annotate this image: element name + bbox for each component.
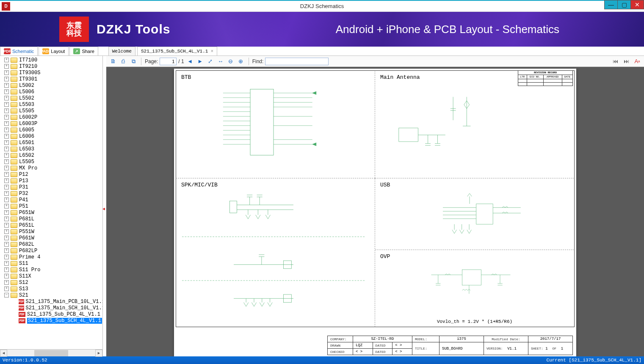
copy-icon[interactable]: ⧉ — [129, 57, 138, 66]
expand-icon[interactable]: + — [4, 210, 9, 215]
tree-folder[interactable]: +S12 — [0, 279, 102, 286]
scroll-thumb[interactable] — [34, 350, 68, 356]
expand-icon[interactable]: + — [4, 185, 9, 189]
minimize-button[interactable]: — — [604, 0, 618, 9]
expand-icon[interactable]: + — [4, 204, 9, 208]
tree-folder[interactable]: +L6502 — [0, 152, 102, 158]
tree-folder[interactable]: +L5503 — [0, 101, 102, 108]
expand-icon[interactable]: + — [4, 178, 9, 183]
expand-icon[interactable]: + — [4, 286, 9, 291]
close-button[interactable]: ✕ — [630, 0, 644, 9]
tree-folder[interactable]: +L6501 — [0, 139, 102, 146]
fit-page-icon[interactable]: ⤢ — [206, 57, 215, 66]
tree-folder[interactable]: +L5502 — [0, 95, 102, 101]
tree-folder[interactable]: +P551W — [0, 228, 102, 235]
expand-icon[interactable]: + — [4, 280, 9, 285]
tab-schematic[interactable]: PDF Schematic — [0, 47, 38, 56]
tree-folder[interactable]: +IT9301 — [0, 76, 102, 82]
tree-file[interactable]: PDFS21_i375_Main_SCH_10L_V1.1 — [0, 305, 102, 311]
expand-icon[interactable]: + — [4, 248, 9, 253]
tree-file[interactable]: PDFS21_i375_Sub_PCB_4L_V1.1 — [0, 311, 102, 317]
expand-icon[interactable]: + — [4, 89, 9, 94]
tree-folder[interactable]: +P41 — [0, 197, 102, 203]
expand-icon[interactable]: + — [4, 70, 9, 75]
expand-icon[interactable]: + — [4, 191, 9, 196]
expand-icon[interactable]: + — [4, 140, 9, 145]
zoom-in-icon[interactable]: ⊕ — [237, 57, 245, 66]
tree-folder[interactable]: +L5002 — [0, 82, 102, 89]
tree-folder[interactable]: +L6503 — [0, 146, 102, 152]
expand-icon[interactable]: + — [4, 229, 9, 234]
tab-close-icon[interactable]: × — [210, 49, 213, 54]
doc-tab-active[interactable]: S21_i375_Sub_SCH_4L_V1.1 × — [137, 47, 217, 56]
tree-folder[interactable]: +S11 Pro — [0, 267, 102, 273]
save-icon[interactable]: 🗎 — [109, 57, 117, 66]
expand-icon[interactable]: + — [4, 255, 9, 259]
tree-folder[interactable]: +IT9210 — [0, 63, 102, 69]
expand-icon[interactable]: + — [4, 267, 9, 272]
expand-icon[interactable]: + — [4, 274, 9, 278]
print-icon[interactable]: ⎙ — [119, 57, 127, 66]
tree-folder[interactable]: +P32 — [0, 190, 102, 197]
expand-icon[interactable]: + — [4, 153, 9, 158]
expand-icon[interactable]: + — [4, 96, 9, 100]
fit-width-icon[interactable]: ↔ — [216, 57, 225, 66]
tree-folder[interactable]: +IT7100 — [0, 57, 102, 63]
tree-folder[interactable]: +L5505 — [0, 158, 102, 165]
tree-folder[interactable]: +P681L — [0, 216, 102, 222]
expand-icon[interactable]: + — [4, 223, 9, 228]
tree-file[interactable]: PDFS21_i375_Sub_SCH_4L_V1.1 — [0, 317, 102, 324]
collapse-icon[interactable]: − — [4, 293, 9, 297]
expand-icon[interactable]: + — [4, 236, 9, 240]
tree-folder[interactable]: +P651L — [0, 222, 102, 228]
tree-folder[interactable]: +S13 — [0, 286, 102, 292]
tree-folder[interactable]: +P51 — [0, 203, 102, 209]
zoom-out-icon[interactable]: ⊖ — [227, 57, 235, 66]
tab-share[interactable]: ↗ Share — [69, 47, 98, 56]
pdf-viewer[interactable]: BTB — [106, 67, 644, 356]
expand-icon[interactable]: + — [4, 128, 9, 132]
expand-icon[interactable]: + — [4, 261, 9, 266]
expand-icon[interactable]: + — [4, 217, 9, 221]
tree-folder[interactable]: +L6003P — [0, 120, 102, 127]
tree-folder[interactable]: +P651W — [0, 209, 102, 216]
tree-folder[interactable]: +P12 — [0, 171, 102, 178]
text-style-icon[interactable]: Aa — [633, 57, 641, 66]
splitter-handle[interactable] — [103, 56, 106, 356]
expand-icon[interactable]: + — [4, 102, 9, 107]
expand-icon[interactable]: + — [4, 172, 9, 177]
page-input[interactable] — [160, 58, 177, 65]
expand-icon[interactable]: + — [4, 166, 9, 170]
tree-folder[interactable]: +S11X — [0, 273, 102, 279]
expand-icon[interactable]: + — [4, 108, 9, 113]
find-input[interactable] — [265, 58, 329, 65]
expand-icon[interactable]: + — [4, 197, 9, 202]
tree-folder[interactable]: +L6006 — [0, 133, 102, 139]
nav-prev-icon[interactable]: ⏮ — [611, 57, 619, 66]
tree-folder[interactable]: +Prime 4 — [0, 254, 102, 260]
expand-icon[interactable]: + — [4, 77, 9, 81]
tree-folder[interactable]: +IT9300S — [0, 69, 102, 76]
file-tree[interactable]: +IT7100+IT9210+IT9300S+IT9301+L5002+L500… — [0, 56, 102, 349]
tree-folder[interactable]: +L6005 — [0, 127, 102, 133]
tree-folder[interactable]: +P682L — [0, 241, 102, 247]
scroll-left-icon[interactable]: ◄ — [0, 350, 7, 357]
expand-icon[interactable]: + — [4, 83, 9, 88]
tree-folder-expanded[interactable]: −S21 — [0, 292, 102, 298]
tab-layout[interactable]: PADS Layout — [39, 47, 69, 56]
sidebar-hscroll[interactable]: ◄ ► — [0, 349, 102, 356]
expand-icon[interactable]: + — [4, 147, 9, 151]
expand-icon[interactable]: + — [4, 134, 9, 139]
next-page-icon[interactable]: ► — [196, 57, 205, 66]
prev-page-icon[interactable]: ◄ — [186, 57, 194, 66]
expand-icon[interactable]: + — [4, 121, 9, 126]
tree-folder[interactable]: +P13 — [0, 178, 102, 184]
tree-folder[interactable]: +MX Pro — [0, 165, 102, 171]
tree-folder[interactable]: +L5505 — [0, 108, 102, 114]
tree-folder[interactable]: +P31 — [0, 184, 102, 190]
expand-icon[interactable]: + — [4, 64, 9, 69]
scroll-right-icon[interactable]: ► — [95, 350, 102, 357]
expand-icon[interactable]: + — [4, 58, 9, 62]
maximize-button[interactable]: ▢ — [617, 0, 631, 9]
tree-folder[interactable]: +S11 — [0, 260, 102, 267]
